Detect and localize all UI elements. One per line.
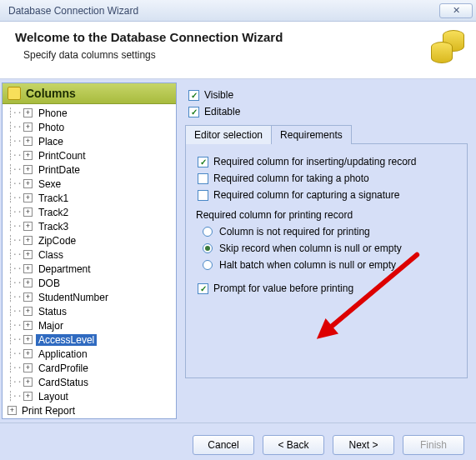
req-insert-checkbox[interactable] xyxy=(198,157,208,168)
expand-icon[interactable]: + xyxy=(23,236,33,245)
editable-checkbox[interactable] xyxy=(188,107,199,118)
print-radio-skip-label: Skip record when column is null or empty xyxy=(219,242,402,254)
expand-icon[interactable]: + xyxy=(23,165,33,174)
tree-item[interactable]: ┊··+Track2 xyxy=(8,205,176,219)
settings-tabs: Editor selection Requirements Required c… xyxy=(185,124,468,378)
req-photo-checkbox[interactable] xyxy=(198,173,208,184)
tab-editor-selection[interactable]: Editor selection xyxy=(185,125,272,144)
expand-icon[interactable]: + xyxy=(23,179,33,188)
page-subtitle: Specify data columns settings xyxy=(15,49,283,61)
print-radio-skip-row[interactable]: Skip record when column is null or empty xyxy=(203,242,458,254)
print-radio-skip[interactable] xyxy=(203,243,213,253)
tree-lines: ┊·· xyxy=(8,391,23,402)
print-radio-none-row[interactable]: Column is not required for printing xyxy=(203,226,458,238)
print-radio-none-label: Column is not required for printing xyxy=(219,226,370,238)
tree-item-label: CardProfile xyxy=(36,362,91,374)
close-icon[interactable]: ✕ xyxy=(439,3,473,18)
tree-item[interactable]: ┊··+PrintCount xyxy=(8,148,176,162)
wizard-header: Welcome to the Database Connection Wizar… xyxy=(0,22,476,79)
expand-icon[interactable]: + xyxy=(23,392,33,401)
tree-item[interactable]: ┊··+Application xyxy=(8,347,176,361)
tree-item[interactable]: ┊··+Status xyxy=(8,304,176,318)
tree-item[interactable]: ┊··+CardStatus xyxy=(8,375,176,389)
req-signature-row[interactable]: Required column for capturing a signatur… xyxy=(198,189,458,201)
expand-icon[interactable]: + xyxy=(23,151,33,160)
req-insert-row[interactable]: Required column for inserting/updating r… xyxy=(198,156,458,168)
visible-checkbox-row[interactable]: Visible xyxy=(188,89,468,101)
columns-icon xyxy=(8,87,21,100)
tree-item-label: PrintDate xyxy=(36,164,83,176)
expand-icon[interactable]: + xyxy=(23,292,33,302)
editable-checkbox-row[interactable]: Editable xyxy=(188,106,468,118)
tree-item[interactable]: ┊··+AccessLevel xyxy=(8,332,176,347)
requirements-panel: Required column for inserting/updating r… xyxy=(185,143,468,378)
tree-lines: ┊·· xyxy=(8,108,23,118)
tree-item[interactable]: ┊··+Phone xyxy=(8,106,176,120)
columns-header: Columns xyxy=(3,83,176,104)
visible-checkbox[interactable] xyxy=(188,90,199,101)
tree-lines: ┊·· xyxy=(8,263,23,274)
expand-icon[interactable]: + xyxy=(23,278,33,288)
print-radio-halt-row[interactable]: Halt batch when column is null or empty xyxy=(203,259,458,271)
tree-lines: ┊·· xyxy=(8,249,23,260)
expand-icon[interactable]: + xyxy=(23,137,33,146)
tree-lines: ┊·· xyxy=(8,348,23,359)
tree-lines: ┊·· xyxy=(8,136,23,147)
wizard-footer: Cancel < Back Next > Finish xyxy=(0,422,476,460)
tree-item-label: DOB xyxy=(36,278,63,289)
database-icon xyxy=(428,30,464,67)
prompt-label: Prompt for value before printing xyxy=(213,282,353,294)
expand-icon[interactable]: + xyxy=(23,307,33,316)
expand-icon[interactable]: + xyxy=(23,250,33,259)
tree-item[interactable]: ┊··+DOB xyxy=(8,276,176,290)
tree-item[interactable]: ┊··+Track3 xyxy=(8,219,176,233)
expand-icon[interactable]: + xyxy=(23,193,33,202)
title-bar: Database Connection Wizard ✕ xyxy=(0,0,476,22)
tree-item[interactable]: ┊··+Layout xyxy=(8,389,176,403)
tree-item[interactable]: ┊··+Place xyxy=(8,134,176,148)
print-radio-none[interactable] xyxy=(203,227,213,237)
req-signature-checkbox[interactable] xyxy=(198,190,208,201)
tree-item-label: Major xyxy=(36,320,66,332)
expand-icon[interactable]: + xyxy=(23,349,33,358)
tree-item[interactable]: ┊··+Track1 xyxy=(8,191,176,205)
tree-item[interactable]: ┊··+StudentNumber xyxy=(8,290,176,304)
tree-item[interactable]: ┊··+ZipCode xyxy=(8,233,176,248)
tree-item[interactable]: ┊··+Department xyxy=(8,262,176,276)
req-photo-row[interactable]: Required column for taking a photo xyxy=(198,172,458,184)
tree-item[interactable]: ┊··+PrintDate xyxy=(8,162,176,177)
tree-item[interactable]: ┊··+Class xyxy=(8,248,176,262)
prompt-row[interactable]: Prompt for value before printing xyxy=(198,282,458,294)
print-radio-halt[interactable] xyxy=(203,260,213,270)
tree-lines: ┊·· xyxy=(8,207,23,218)
tree-lines: ┊·· xyxy=(8,377,23,388)
window-title: Database Connection Wizard xyxy=(8,5,138,17)
expand-icon[interactable]: + xyxy=(8,406,17,415)
expand-icon[interactable]: + xyxy=(23,335,33,344)
cancel-button[interactable]: Cancel xyxy=(193,435,254,455)
tree-item[interactable]: ┊··+CardProfile xyxy=(8,361,176,375)
tree-item[interactable]: +Print Report xyxy=(8,403,176,418)
columns-panel: Columns ┊··+Phone ┊··+Photo ┊··+Place ┊·… xyxy=(2,82,177,419)
back-button[interactable]: < Back xyxy=(263,435,324,455)
page-title: Welcome to the Database Connection Wizar… xyxy=(15,30,283,44)
tree-item-label: AccessLevel xyxy=(36,334,97,346)
tree-item[interactable]: ┊··+Sexe xyxy=(8,177,176,191)
next-button[interactable]: Next > xyxy=(333,435,394,455)
expand-icon[interactable]: + xyxy=(23,378,33,387)
expand-icon[interactable]: + xyxy=(23,122,33,132)
expand-icon[interactable]: + xyxy=(23,222,33,231)
expand-icon[interactable]: + xyxy=(23,264,33,273)
visible-label: Visible xyxy=(204,89,233,101)
finish-button: Finish xyxy=(403,435,464,455)
expand-icon[interactable]: + xyxy=(23,363,33,372)
tree-item[interactable]: ┊··+Photo xyxy=(8,120,176,134)
tree-item-label: Sexe xyxy=(36,178,63,190)
prompt-checkbox[interactable] xyxy=(198,283,208,294)
columns-tree[interactable]: ┊··+Phone ┊··+Photo ┊··+Place ┊··+PrintC… xyxy=(3,104,176,418)
tree-item[interactable]: ┊··+Major xyxy=(8,318,176,332)
expand-icon[interactable]: + xyxy=(23,208,33,217)
tab-requirements[interactable]: Requirements xyxy=(271,125,352,144)
expand-icon[interactable]: + xyxy=(23,108,33,118)
expand-icon[interactable]: + xyxy=(23,321,33,330)
